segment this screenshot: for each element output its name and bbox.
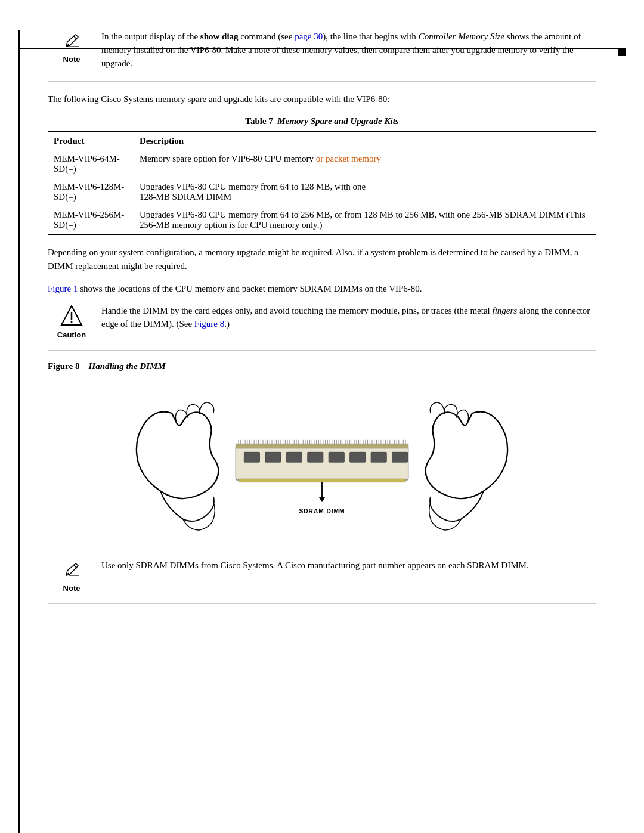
caution-text: Handle the DIMM by the card edges only, … <box>101 304 596 331</box>
note-block-2: Note Use only SDRAM DIMMs from Cisco Sys… <box>48 559 596 604</box>
product-cell-2: MEM-VIP6-128M-SD(=) <box>48 178 134 206</box>
svg-rect-5 <box>236 444 408 448</box>
left-border-bar <box>18 30 20 833</box>
note2-text: Use only SDRAM DIMMs from Cisco Systems.… <box>101 559 596 572</box>
table-header-row: Product Description <box>48 132 596 150</box>
desc-cell-1: Memory spare option for VIP6-80 CPU memo… <box>134 150 596 178</box>
table-title: Table 7 Memory Spare and Upgrade Kits <box>48 116 596 126</box>
note-block-1: Note In the output display of the show d… <box>48 30 596 82</box>
caution-label: Caution <box>57 330 86 339</box>
note2-icon <box>60 559 83 581</box>
top-border-bar <box>18 48 626 49</box>
table-row: MEM-VIP6-256M-SD(=) Upgrades VIP6-80 CPU… <box>48 206 596 235</box>
para2: Figure 1 shows the locations of the CPU … <box>48 282 596 296</box>
desc-cell-3: Upgrades VIP6-80 CPU memory from 64 to 2… <box>134 206 596 235</box>
note1-label: Note <box>63 55 80 64</box>
figure-container: SDRAM DIMM 13340 <box>48 380 596 547</box>
table-title-label: Memory Spare and Upgrade Kits <box>277 116 398 126</box>
svg-rect-4 <box>236 447 408 480</box>
svg-rect-6 <box>239 479 405 482</box>
product-cell-3: MEM-VIP6-256M-SD(=) <box>48 206 134 235</box>
page-container: Note In the output display of the show d… <box>0 30 644 833</box>
note2-icon-area: Note <box>48 559 95 593</box>
caution-triangle-icon <box>60 304 83 328</box>
product-cell-1: MEM-VIP6-64M-SD(=) <box>48 150 134 178</box>
figure-number-label: Figure 8 <box>48 361 79 371</box>
note1-command: show diag <box>200 32 239 41</box>
svg-point-3 <box>71 321 73 323</box>
dimm-illustration: SDRAM DIMM 13340 <box>113 380 531 547</box>
svg-rect-11 <box>329 452 344 462</box>
note2-label: Note <box>63 584 80 593</box>
figure1-link[interactable]: Figure 1 <box>48 284 78 293</box>
svg-marker-92 <box>318 497 325 502</box>
note1-italic: Controller Memory Size <box>419 32 504 41</box>
top-right-square <box>618 48 626 56</box>
table-row: MEM-VIP6-64M-SD(=) Memory spare option f… <box>48 150 596 178</box>
svg-rect-12 <box>350 452 366 462</box>
svg-rect-8 <box>265 452 281 462</box>
svg-rect-10 <box>308 452 323 462</box>
note-icon <box>60 30 83 52</box>
intro-paragraph: The following Cisco Systems memory spare… <box>48 92 596 106</box>
main-content: Note In the output display of the show d… <box>48 30 596 604</box>
table-row: MEM-VIP6-128M-SD(=) Upgrades VIP6-80 CPU… <box>48 178 596 206</box>
svg-rect-7 <box>244 452 259 462</box>
svg-text:SDRAM DIMM: SDRAM DIMM <box>299 508 345 515</box>
orange-packet-memory: or packet memory <box>316 154 381 163</box>
figure-title-text: Handling the DIMM <box>88 361 165 371</box>
svg-rect-9 <box>286 452 302 462</box>
col-product: Product <box>48 132 134 150</box>
caution-italic-fingers: fingers <box>493 306 518 315</box>
figure-title: Figure 8 Handling the DIMM <box>48 361 596 371</box>
memory-table: Product Description MEM-VIP6-64M-SD(=) M… <box>48 131 596 235</box>
caution-icon-area: Caution <box>48 304 95 339</box>
col-description: Description <box>134 132 596 150</box>
desc-cell-2: Upgrades VIP6-80 CPU memory from 64 to 1… <box>134 178 596 206</box>
table-number: Table 7 <box>245 116 273 126</box>
caution-block: Caution Handle the DIMM by the card edge… <box>48 304 596 351</box>
figure8-link[interactable]: Figure 8 <box>194 319 224 329</box>
note1-page-link[interactable]: page 30 <box>295 32 323 41</box>
note1-text: In the output display of the show diag c… <box>101 30 596 70</box>
svg-rect-13 <box>371 452 386 462</box>
note-icon-area: Note <box>48 30 95 64</box>
svg-rect-14 <box>392 452 408 462</box>
para1: Depending on your system configuration, … <box>48 246 596 274</box>
